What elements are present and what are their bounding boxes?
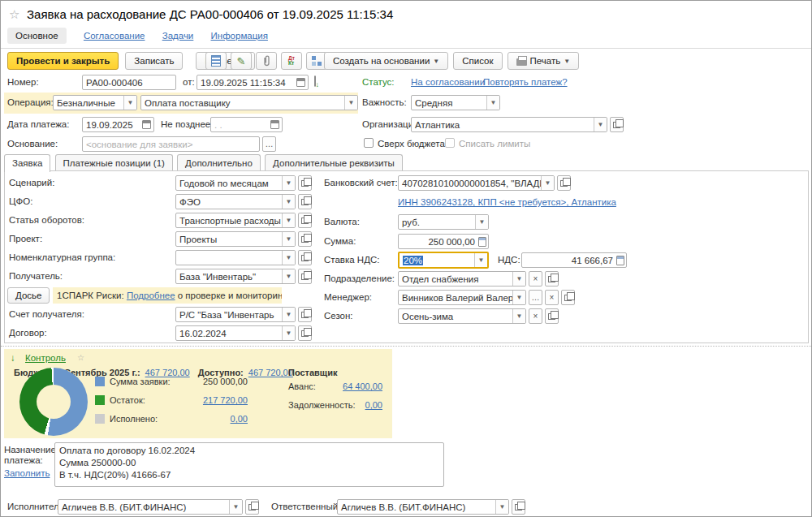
recipient-account-select[interactable]: Р/С "База "Инвентарь▼	[175, 307, 296, 322]
nomenclature-group-select[interactable]: ▼	[175, 250, 296, 265]
chevron-down-icon[interactable]: ▼	[282, 176, 295, 190]
cfo-select[interactable]: ФЭО▼	[175, 194, 296, 209]
calculator-icon[interactable]	[478, 237, 486, 247]
bank-account-select[interactable]: 40702810100000001854, "ВЛАДИМИРСКИЙ" ФБ …	[398, 175, 555, 191]
season-clear-button[interactable]: ×	[529, 308, 542, 324]
calculator-icon[interactable]	[616, 256, 624, 265]
dossier-button[interactable]: Досье	[7, 287, 50, 304]
department-open-button[interactable]	[545, 271, 559, 287]
amount-input[interactable]: 250 000,00	[398, 234, 489, 249]
chevron-down-icon[interactable]: ▼	[229, 500, 242, 514]
season-open-button[interactable]	[545, 308, 559, 324]
chevron-down-icon[interactable]: ▼	[486, 96, 499, 110]
responsible-open-button[interactable]	[512, 499, 525, 515]
list-button[interactable]: Список	[453, 52, 502, 70]
write-button[interactable]: Записать	[125, 52, 183, 70]
chevron-down-icon[interactable]: ▼	[594, 118, 607, 131]
create-based-on-button[interactable]: Создать на основании▼	[324, 52, 448, 70]
inn-kpp-link[interactable]: ИНН 3906243128, КПП <не требуется>, Атла…	[398, 197, 616, 207]
scenario-select[interactable]: Годовой по месяцам▼	[175, 175, 296, 191]
postings-button[interactable]: ДтКт	[281, 52, 302, 70]
chevron-down-icon[interactable]: ▼	[541, 176, 554, 190]
write-off-limits-checkbox[interactable]	[445, 138, 455, 148]
nav-tab-approval[interactable]: Согласование	[84, 31, 145, 41]
project-open-button[interactable]	[298, 231, 312, 247]
chevron-down-icon[interactable]: ▼	[474, 253, 487, 267]
not-later-input[interactable]: . .	[210, 117, 283, 132]
print-button[interactable]: Печать▼	[508, 52, 580, 70]
vat-amount-input[interactable]: 41 666,67	[521, 252, 627, 268]
calendar-icon[interactable]	[270, 120, 279, 129]
tab-additional[interactable]: Дополнительно	[177, 154, 261, 170]
attachments-button[interactable]	[256, 52, 277, 70]
recipient-open-button[interactable]	[298, 269, 312, 284]
contract-open-button[interactable]	[298, 325, 312, 341]
turnover-item-select[interactable]: Транспортные расходы▼	[175, 213, 296, 228]
tab-payment-positions[interactable]: Платежные позиции (1)	[55, 154, 173, 170]
chevron-down-icon[interactable]: ▼	[123, 96, 136, 110]
spark-more-link[interactable]: Подробнее	[127, 291, 175, 300]
currency-select[interactable]: руб.▼	[398, 214, 489, 230]
chevron-down-icon[interactable]: ▼	[512, 309, 525, 323]
manager-select[interactable]: Винников Валерий Валерьевич▼	[398, 290, 526, 305]
legend-remainder-value-link[interactable]: 217 720,00	[175, 395, 248, 405]
set-current-date-button[interactable]: ↓	[314, 76, 316, 86]
recipient-account-open-button[interactable]	[298, 307, 312, 322]
scenario-open-button[interactable]	[298, 175, 312, 191]
fill-link[interactable]: Заполнить	[4, 468, 50, 478]
responsible-select[interactable]: Агличев В.В. (БИТ.ФИНАНС)▼	[337, 499, 509, 515]
favorite-star-icon[interactable]: ☆	[9, 7, 19, 22]
chevron-down-icon[interactable]: ▼	[282, 326, 295, 340]
calendar-icon[interactable]	[142, 120, 151, 129]
datetime-input[interactable]: 19.09.2025 11:15:34	[197, 75, 309, 90]
payment-date-input[interactable]: 19.09.2025	[82, 117, 154, 132]
basis-choose-button[interactable]: …	[262, 136, 276, 152]
number-input[interactable]: РА00-000406	[82, 75, 176, 90]
turnover-item-open-button[interactable]	[298, 213, 312, 228]
set-status-button[interactable]: ✎	[231, 52, 252, 70]
bank-account-open-button[interactable]	[557, 175, 571, 191]
post-and-close-button[interactable]: Провести и закрыть	[7, 52, 119, 70]
chevron-down-icon[interactable]: ▼	[344, 96, 357, 110]
department-clear-button[interactable]: ×	[529, 271, 542, 287]
nomenclature-group-open-button[interactable]	[298, 250, 312, 265]
chevron-down-icon[interactable]: ▼	[512, 272, 525, 286]
collapse-arrow-icon[interactable]: ↓	[11, 353, 15, 363]
recipient-select[interactable]: База "Инвентарь"▼	[175, 269, 296, 284]
available-value-link[interactable]: 467 720,00	[248, 368, 293, 377]
chevron-down-icon[interactable]: ▼	[282, 251, 295, 265]
legend-executed-value-link[interactable]: 0,00	[175, 414, 248, 424]
payment-purpose-textarea[interactable]: Оплата по договору 16.02.2024 Сумма 2500…	[54, 442, 444, 487]
advance-value-link[interactable]: 64 400,00	[306, 381, 382, 391]
control-link[interactable]: Контроль	[25, 353, 66, 363]
over-budget-checkbox[interactable]	[364, 138, 374, 148]
vat-rate-select[interactable]: 20% ▼	[398, 252, 489, 269]
tab-request[interactable]: Заявка	[4, 154, 50, 172]
tab-additional-attrs[interactable]: Дополнительные реквизиты	[265, 154, 403, 170]
chevron-down-icon[interactable]: ▼	[475, 215, 488, 229]
chevron-down-icon[interactable]: ▼	[512, 291, 525, 304]
chevron-down-icon[interactable]: ▼	[282, 195, 295, 209]
basis-input[interactable]: <основание для заявки>	[82, 136, 260, 152]
chevron-down-icon[interactable]: ▼	[282, 269, 295, 283]
debt-value-link[interactable]: 0,00	[306, 400, 382, 410]
chevron-down-icon[interactable]: ▼	[282, 308, 295, 321]
repeat-payment-link[interactable]: Повторять платеж?	[483, 77, 568, 87]
manager-choose-button[interactable]: …	[529, 290, 542, 305]
season-select[interactable]: Осень-зима▼	[398, 308, 526, 324]
organization-select[interactable]: Атлантика▼	[411, 117, 607, 132]
chevron-down-icon[interactable]: ▼	[282, 232, 295, 246]
project-select[interactable]: Проекты▼	[175, 231, 296, 247]
importance-select[interactable]: Средняя▼	[411, 95, 500, 110]
status-link[interactable]: На согласовании	[411, 77, 485, 87]
manager-clear-button[interactable]: ×	[545, 290, 559, 305]
operation-type-select[interactable]: Безналичные▼	[53, 95, 137, 110]
chevron-down-icon[interactable]: ▼	[282, 213, 295, 227]
nav-tab-main[interactable]: Основное	[7, 28, 67, 44]
pin-star-icon[interactable]: ☆	[77, 353, 84, 362]
organization-open-button[interactable]	[610, 117, 624, 132]
calendar-icon[interactable]	[296, 78, 305, 87]
nav-tab-tasks[interactable]: Задачи	[162, 31, 194, 41]
operation-kind-select[interactable]: Оплата поставщику▼	[140, 95, 358, 110]
manager-open-button[interactable]	[561, 290, 575, 305]
